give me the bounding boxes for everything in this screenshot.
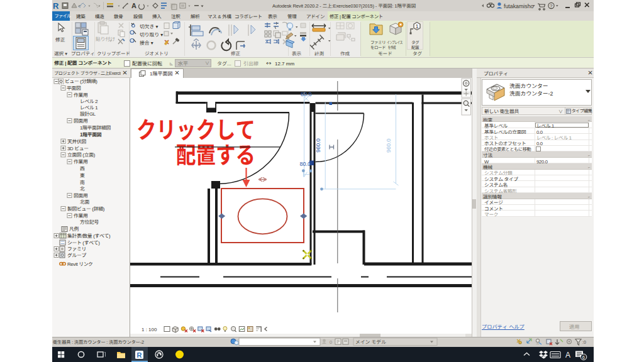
svg-text:1: 1 [416,23,419,30]
svg-text:?: ? [550,3,553,9]
svg-text:R: R [137,351,142,359]
svg-text:A: A [131,2,136,9]
svg-text::0: :0 [582,340,586,344]
svg-text:R: R [53,1,59,11]
svg-text:A: A [565,351,570,359]
svg-text:futakamisho: futakamisho [504,3,534,9]
svg-text:960.0: 960.0 [315,138,321,153]
svg-text:80.0: 80.0 [300,161,311,167]
svg-text:80.0: 80.0 [301,91,312,97]
svg-text:960.0: 960.0 [386,138,392,153]
svg-text:0: 0 [330,339,332,345]
svg-text:6: 6 [582,354,585,360]
